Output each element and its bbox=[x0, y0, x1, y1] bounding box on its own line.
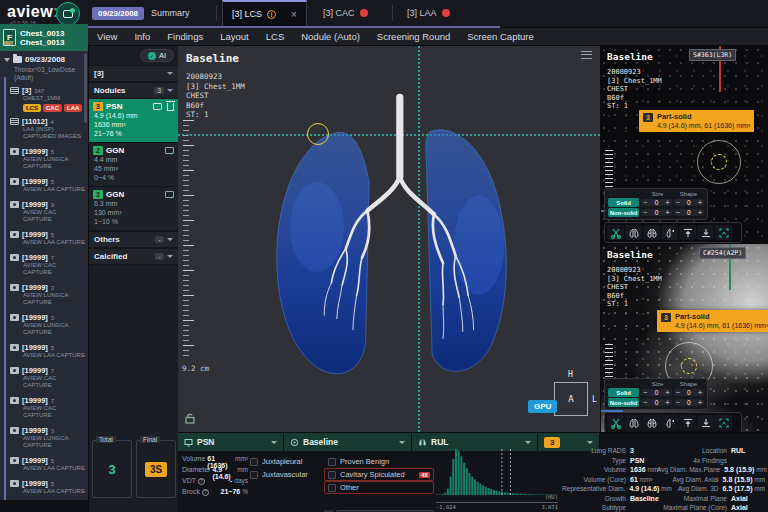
increment-button[interactable]: + bbox=[698, 389, 702, 396]
calcified-section-header[interactable]: Calcified - bbox=[89, 248, 178, 265]
orientation-cube[interactable]: A bbox=[554, 382, 588, 416]
nodule-card[interactable]: 3 PSN 4.9 (14.6) mm 1636 mm³ 21~76 % bbox=[89, 99, 178, 143]
others-section-header[interactable]: Others - bbox=[89, 231, 178, 248]
panel-menu-icon[interactable] bbox=[581, 51, 592, 59]
auto-segment-icon[interactable] bbox=[715, 415, 732, 430]
solid-button[interactable]: Solid bbox=[608, 388, 639, 397]
menu-item[interactable]: Layout bbox=[220, 31, 249, 42]
tab-cac[interactable]: [3] CAC bbox=[314, 0, 377, 26]
align-top-icon[interactable] bbox=[679, 415, 696, 430]
split-tool-icon[interactable] bbox=[607, 415, 624, 430]
ai-toggle-button[interactable]: AI bbox=[140, 49, 174, 62]
solid-shape-stepper[interactable]: −0+ bbox=[674, 199, 704, 206]
lock-icon[interactable] bbox=[184, 412, 196, 424]
checkbox[interactable] bbox=[250, 458, 258, 466]
checkbox-row[interactable]: Other bbox=[324, 481, 434, 494]
align-bottom-icon[interactable] bbox=[697, 415, 714, 430]
solid-shape-stepper[interactable]: −0+ bbox=[674, 389, 704, 396]
series-item[interactable]: [19999] 9 AVIEW CAC CAPTURE bbox=[0, 198, 88, 228]
workspace-icon[interactable] bbox=[56, 2, 80, 26]
increment-button[interactable]: + bbox=[698, 399, 702, 406]
lungs-both-icon[interactable] bbox=[625, 415, 642, 430]
nodule-card[interactable]: 2 GGN 4.4 mm 45 mm³ 0~4 % bbox=[89, 143, 178, 187]
close-icon[interactable]: × bbox=[291, 9, 297, 20]
nodule-type-select[interactable]: PSN bbox=[178, 433, 284, 451]
menu-item[interactable]: View bbox=[97, 31, 117, 42]
timepoint-select[interactable]: Baseline bbox=[284, 433, 412, 451]
nonsolid-size-stepper[interactable]: −0+ bbox=[641, 209, 671, 216]
decrement-button[interactable]: − bbox=[643, 209, 647, 216]
decrement-button[interactable]: − bbox=[676, 209, 680, 216]
checkbox-row[interactable]: Proven Benign bbox=[324, 455, 434, 468]
series-item[interactable]: [3] 347 Chest_1MM LCSCACLAA bbox=[0, 84, 88, 115]
series-item[interactable]: [19999] 7 AVIEW CAC CAPTURE bbox=[0, 251, 88, 281]
nonsolid-shape-stepper[interactable]: −0+ bbox=[674, 399, 704, 406]
checkbox[interactable] bbox=[250, 471, 258, 479]
decrement-button[interactable]: − bbox=[643, 199, 647, 206]
tab-lcs[interactable]: [3] LCS × bbox=[222, 0, 307, 26]
checkbox[interactable] bbox=[328, 458, 336, 466]
series-item[interactable]: [11012] 4 LAA (INSP) Captured Images bbox=[0, 115, 88, 145]
checkbox-row[interactable]: Cavitary Spiculated 4X bbox=[324, 468, 434, 481]
capture-icon[interactable] bbox=[153, 103, 162, 110]
nodule-annotation[interactable]: 3 Part-solid4.9 (14.6) mm, 61 (1636) mm³ bbox=[657, 310, 768, 332]
tab-laa[interactable]: [3] LAA bbox=[398, 0, 459, 26]
nodules-section-header[interactable]: Nodules 3 bbox=[89, 82, 178, 99]
checkbox-row[interactable]: Juxtavascular bbox=[250, 468, 322, 481]
series-item[interactable]: [19999] 3 AVIEW LUNGCA CAPTURE bbox=[0, 281, 88, 311]
menu-item[interactable]: Info bbox=[134, 31, 150, 42]
menu-item[interactable]: LCS bbox=[266, 31, 284, 42]
increment-button[interactable]: + bbox=[666, 209, 670, 216]
lungs-both-icon[interactable] bbox=[625, 225, 642, 240]
series-item[interactable]: [19999] 3 AVIEW LUNGCA CAPTURE bbox=[0, 311, 88, 341]
menu-item[interactable]: Screen Capture bbox=[467, 31, 534, 42]
menu-item[interactable]: Screening Round bbox=[377, 31, 450, 42]
series-item[interactable]: [19999] 3 AVIEW LUNGCA CAPTURE bbox=[0, 424, 88, 454]
decrement-button[interactable]: − bbox=[676, 399, 680, 406]
decrement-button[interactable]: − bbox=[676, 199, 680, 206]
series-group-row[interactable]: [3] bbox=[89, 65, 178, 82]
series-item[interactable]: [19999] 5 AVIEW LAA CAPTURE bbox=[0, 175, 88, 198]
solid-size-stepper[interactable]: −0+ bbox=[641, 199, 671, 206]
capture-icon[interactable] bbox=[165, 191, 174, 198]
nodule-annotation[interactable]: 3 Part-solid4.9 (14.6) mm, 61 (1636) mm³ bbox=[639, 110, 754, 132]
menu-item[interactable]: Findings bbox=[167, 31, 203, 42]
increment-button[interactable]: + bbox=[666, 199, 670, 206]
auto-segment-icon[interactable] bbox=[715, 225, 732, 240]
nodule-card[interactable]: 2 GGN 6.3 mm 130 mm³ 1~10 % bbox=[89, 187, 178, 231]
study-group-header[interactable]: 09/23/2008 bbox=[0, 51, 88, 65]
checkbox-row[interactable]: Juxtapleural bbox=[250, 455, 322, 468]
nonsolid-shape-stepper[interactable]: −0+ bbox=[674, 209, 704, 216]
series-item[interactable]: [19999] 5 AVIEW LAA CAPTURE bbox=[0, 477, 88, 500]
capture-icon[interactable] bbox=[165, 147, 174, 154]
lungs-lobes-icon[interactable] bbox=[643, 415, 660, 430]
decrement-button[interactable]: − bbox=[643, 389, 647, 396]
split-tool-icon[interactable] bbox=[607, 225, 624, 240]
increment-button[interactable]: + bbox=[666, 399, 670, 406]
align-bottom-icon[interactable] bbox=[697, 225, 714, 240]
series-item[interactable]: [19999] 5 AVIEW LAA CAPTURE bbox=[0, 454, 88, 477]
nonsolid-button[interactable]: Non-solid bbox=[608, 208, 639, 217]
decrement-button[interactable]: − bbox=[643, 399, 647, 406]
lung-single-icon[interactable] bbox=[661, 415, 678, 430]
patient-banner[interactable]: F069Y Chest_0013 Chest_0013 bbox=[0, 24, 88, 51]
series-item[interactable]: [19999] 7 AVIEW CAC CAPTURE bbox=[0, 394, 88, 424]
menu-item[interactable]: Nodule (Auto) bbox=[301, 31, 360, 42]
tab-summary[interactable]: 09/23/2008 Summary bbox=[86, 0, 196, 26]
checkbox[interactable] bbox=[328, 471, 336, 479]
increment-button[interactable]: + bbox=[666, 389, 670, 396]
increment-button[interactable]: + bbox=[698, 209, 702, 216]
viewport-3d[interactable]: Baseline 20080923 [3] Chest_1MM CHEST B6… bbox=[178, 46, 600, 432]
browser-scrollbar[interactable] bbox=[84, 53, 87, 123]
nodule-marker[interactable] bbox=[307, 123, 329, 145]
series-item[interactable]: [19999] 5 AVIEW LAA CAPTURE bbox=[0, 228, 88, 251]
solid-button[interactable]: Solid bbox=[608, 198, 639, 207]
series-item[interactable]: [19999] 5 AVIEW LUNGCA CAPTURE bbox=[0, 145, 88, 175]
lung-single-icon[interactable] bbox=[661, 225, 678, 240]
solid-size-stepper[interactable]: −0+ bbox=[641, 389, 671, 396]
series-item[interactable]: [19999] 5 AVIEW LAA CAPTURE bbox=[0, 341, 88, 364]
lungs-lobes-icon[interactable] bbox=[643, 225, 660, 240]
nonsolid-button[interactable]: Non-solid bbox=[608, 398, 639, 407]
info-icon[interactable] bbox=[202, 489, 209, 496]
nonsolid-size-stepper[interactable]: −0+ bbox=[641, 399, 671, 406]
